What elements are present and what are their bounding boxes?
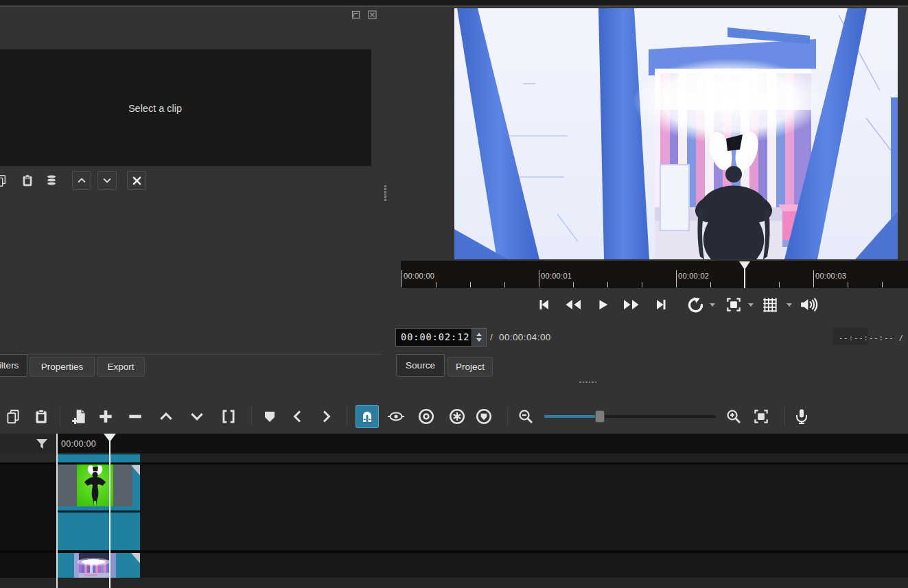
filters-empty-state: Select a clip [0, 49, 371, 166]
zoom-timeline-fit-button[interactable] [751, 406, 771, 427]
grid-button[interactable] [760, 294, 780, 315]
tab-export[interactable]: Export [97, 357, 145, 377]
close-panel-button[interactable] [366, 8, 378, 21]
ripple-markers-icon [475, 408, 493, 425]
zoom-menu-caret[interactable] [748, 303, 754, 307]
volume-icon [800, 296, 819, 314]
grid-menu-caret[interactable] [787, 303, 792, 307]
previous-marker-button[interactable] [288, 406, 308, 427]
time-divider: / [490, 332, 493, 342]
timeline-body: 00:00:00 [0, 434, 908, 588]
tab-source[interactable]: Source [396, 354, 445, 377]
empty-state-message: Select a clip [128, 103, 182, 114]
ripple-delete-button[interactable] [125, 406, 145, 427]
clip-video-bottom[interactable] [58, 553, 140, 578]
selected-range: --:--:--:-- / - [839, 333, 908, 342]
paste-icon [21, 174, 34, 187]
skip-to-start-icon [535, 296, 552, 313]
chevron-down-icon [101, 174, 113, 187]
rewind-button[interactable] [563, 294, 583, 315]
horizontal-splitter[interactable] [579, 381, 598, 384]
snap-button[interactable] [356, 405, 379, 428]
marker-icon [263, 410, 277, 423]
microphone-icon [793, 408, 810, 425]
zoom-fit-button[interactable] [723, 294, 744, 315]
chevron-left-icon [290, 409, 305, 424]
next-marker-button[interactable] [316, 406, 336, 427]
zoom-in-icon [725, 408, 742, 425]
ruler-label-3: 00:00:03 [815, 272, 846, 280]
eye-icon [387, 409, 405, 424]
append-button[interactable] [95, 406, 116, 427]
spin-down-icon[interactable] [476, 338, 482, 342]
spin-up-icon[interactable] [476, 333, 482, 336]
timeline-playhead[interactable] [104, 434, 116, 442]
player-ruler[interactable]: 00:00:00 00:00:01 00:00:02 00:00:03 [401, 261, 908, 288]
skip-to-end-button[interactable] [651, 294, 672, 315]
vertical-splitter[interactable] [384, 185, 387, 203]
zoom-slider-handle[interactable] [595, 410, 605, 423]
fade-out-handle[interactable] [131, 465, 140, 475]
skip-to-start-button[interactable] [533, 294, 554, 315]
timeline-ruler[interactable]: 00:00:00 [57, 434, 908, 454]
record-audio-button[interactable] [791, 406, 812, 427]
float-icon [351, 10, 360, 19]
lift-button[interactable] [156, 406, 176, 427]
scrub-while-dragging-button[interactable] [386, 406, 406, 427]
tab-properties[interactable]: Properties [30, 357, 95, 377]
loop-button[interactable] [684, 293, 707, 316]
play-icon [595, 297, 610, 312]
minus-icon [127, 408, 143, 425]
loop-menu-caret[interactable] [710, 303, 715, 307]
zoom-fit-icon [725, 296, 743, 314]
paste-filters-button[interactable] [19, 172, 36, 189]
move-filter-up-button[interactable] [72, 171, 91, 190]
fade-out-handle[interactable] [131, 553, 140, 563]
ripple-icon [417, 408, 435, 425]
append-document-button[interactable] [69, 406, 90, 427]
tab-project[interactable]: Project [447, 357, 493, 377]
deselect-filter-button[interactable] [127, 171, 146, 190]
filter-tracks-icon[interactable] [35, 437, 49, 451]
player-playhead-line [744, 269, 745, 288]
close-icon [368, 10, 377, 19]
magnet-icon [360, 409, 375, 424]
marker-button[interactable] [259, 406, 280, 427]
chevron-down-icon [189, 408, 205, 425]
tab-project-label: Project [456, 362, 485, 372]
timeline-copy-button[interactable] [3, 406, 23, 427]
track-head-separator[interactable] [56, 434, 58, 588]
fast-forward-button[interactable] [621, 294, 642, 315]
timeline-paste-button[interactable] [31, 406, 51, 427]
overwrite-button[interactable] [187, 406, 207, 427]
timeline-zoom-slider[interactable] [544, 415, 716, 418]
volume-button[interactable] [798, 294, 820, 315]
clip-strip[interactable] [58, 454, 140, 462]
ripple-button[interactable] [416, 406, 436, 427]
clip-video-selected[interactable] [58, 464, 140, 550]
split-icon [220, 408, 237, 425]
play-button[interactable] [592, 294, 613, 315]
ripple-markers-button[interactable] [474, 406, 494, 427]
move-filter-down-button[interactable] [97, 171, 117, 190]
spinbox-buttons[interactable] [472, 329, 486, 346]
filter-sets-button[interactable] [43, 172, 60, 189]
tab-export-label: Export [107, 362, 134, 372]
zoom-timeline-out-button[interactable] [515, 406, 536, 427]
split-button[interactable] [218, 406, 239, 427]
float-panel-button[interactable] [349, 8, 362, 21]
timeline-corner [0, 434, 57, 454]
x-icon [131, 175, 143, 187]
tab-properties-label: Properties [41, 362, 84, 372]
paste-icon [33, 408, 49, 425]
zoom-out-icon [517, 408, 534, 425]
position-spinbox[interactable]: 00:00:02:12 [395, 328, 487, 346]
timeline-bottom-area [0, 578, 908, 588]
ripple-all-button[interactable] [447, 406, 467, 427]
tab-filters[interactable]: Filters [0, 354, 27, 377]
rewind-icon [564, 296, 582, 313]
zoom-timeline-in-button[interactable] [723, 406, 744, 427]
fast-forward-icon [622, 296, 640, 313]
total-duration: 00:00:04:00 [499, 332, 551, 342]
copy-filters-button[interactable] [0, 172, 10, 189]
